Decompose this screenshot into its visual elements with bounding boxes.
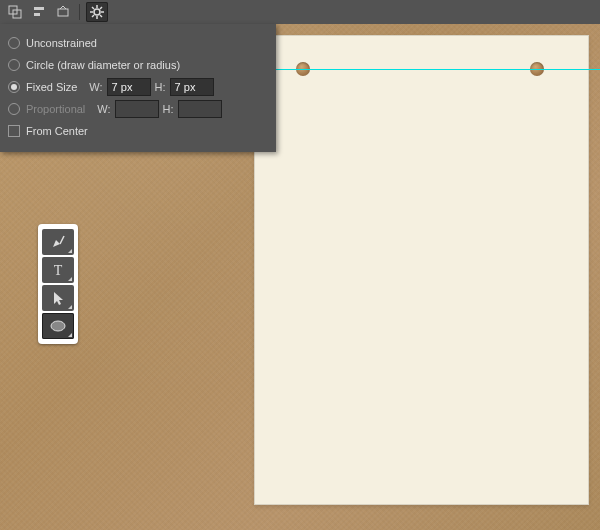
option-label: Fixed Size: [26, 81, 77, 93]
geometry-options-panel: Unconstrained Circle (draw diameter or r…: [0, 24, 276, 152]
radio-icon: [8, 37, 20, 49]
options-bar: [0, 0, 600, 24]
option-from-center[interactable]: From Center: [8, 120, 268, 142]
radio-icon: [8, 103, 20, 115]
svg-rect-2: [34, 7, 44, 10]
height-input[interactable]: [170, 78, 214, 96]
svg-point-16: [51, 321, 65, 331]
option-label: From Center: [26, 125, 88, 137]
tool-strip: T: [38, 224, 78, 344]
svg-rect-3: [34, 13, 40, 16]
arrange-icon[interactable]: [52, 2, 74, 22]
svg-line-13: [92, 15, 94, 17]
svg-line-14: [60, 236, 64, 244]
radio-icon: [8, 59, 20, 71]
height-label: H:: [155, 81, 166, 93]
option-label: Circle (draw diameter or radius): [26, 59, 180, 71]
pen-tool[interactable]: [42, 229, 74, 255]
width-label: W:: [89, 81, 102, 93]
path-mode-icon[interactable]: [4, 2, 26, 22]
svg-line-12: [100, 7, 102, 9]
svg-rect-4: [58, 9, 68, 16]
gear-icon[interactable]: [86, 2, 108, 22]
svg-line-10: [92, 7, 94, 9]
width-label: W:: [97, 103, 110, 115]
option-proportional[interactable]: Proportional W: H:: [8, 98, 268, 120]
document-paper: [254, 35, 589, 505]
svg-line-11: [100, 15, 102, 17]
option-circle[interactable]: Circle (draw diameter or radius): [8, 54, 268, 76]
width-input[interactable]: [107, 78, 151, 96]
radio-icon: [8, 81, 20, 93]
height-label: H:: [163, 103, 174, 115]
option-label: Unconstrained: [26, 37, 97, 49]
option-label: Proportional: [26, 103, 85, 115]
checkbox-icon: [8, 125, 20, 137]
align-icon[interactable]: [28, 2, 50, 22]
option-fixed-size[interactable]: Fixed Size W: H:: [8, 76, 268, 98]
option-unconstrained[interactable]: Unconstrained: [8, 32, 268, 54]
direct-select-tool[interactable]: [42, 285, 74, 311]
svg-point-5: [94, 9, 100, 15]
ellipse-tool[interactable]: [42, 313, 74, 339]
prop-height-input: [178, 100, 222, 118]
type-tool[interactable]: T: [42, 257, 74, 283]
svg-text:T: T: [54, 263, 63, 278]
prop-width-input: [115, 100, 159, 118]
